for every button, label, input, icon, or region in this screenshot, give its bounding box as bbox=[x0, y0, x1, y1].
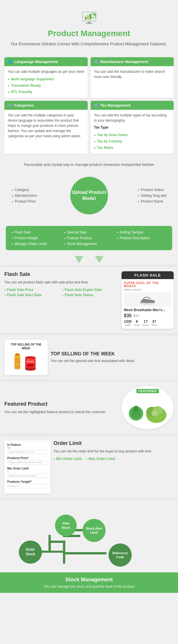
order-form-label: Is Feature bbox=[7, 443, 48, 446]
list-item: Product Status bbox=[138, 187, 166, 193]
flash-sale-card-header: FLASH SALE bbox=[122, 271, 174, 279]
flash-sale-title: Flash Sale bbox=[4, 271, 119, 277]
deal-price-new: $35 bbox=[124, 313, 132, 318]
list-item: RTL Friendly bbox=[8, 89, 84, 95]
deal-stat-label: Hours bbox=[142, 324, 149, 326]
order-limit-features: Min Order Limit Max Order Limit bbox=[54, 457, 174, 461]
deal-price-old: $62 bbox=[133, 314, 139, 318]
order-limit-text: Order Limit You can set the order limit … bbox=[54, 440, 174, 461]
top-selling-desc: You can set the special sale that associ… bbox=[51, 358, 174, 363]
svg-text:Nescafe: Nescafe bbox=[27, 361, 34, 362]
deal-stat-label: Sold bbox=[124, 324, 132, 326]
green-box-item: Stock Management bbox=[64, 242, 114, 246]
stock-bottom-desc: You can manage the stock and quantity le… bbox=[4, 584, 174, 589]
order-limit-title: Order Limit bbox=[54, 440, 174, 446]
flash-sale-feature: Flash Sale Price bbox=[4, 288, 61, 292]
order-form-input: Please enter only numeric value bbox=[7, 460, 48, 465]
order-limit-feature: Max Order Limit bbox=[86, 457, 115, 461]
list-item: Tax Rates bbox=[94, 144, 170, 151]
language-card-body: You can add multiple languages as per yo… bbox=[4, 66, 88, 98]
header-icon bbox=[80, 9, 98, 26]
flash-sale-feature: Flash Sale Start Date bbox=[4, 293, 61, 297]
manufacturer-card-header: ⚙️ Manufacturer Management bbox=[91, 57, 174, 66]
categories-card: ⚙️ Categories You can add the multiple c… bbox=[4, 101, 88, 154]
green-box-item: Feature Product bbox=[64, 236, 114, 240]
deal-stats: 1335 Sold 8 Days 17 Hours 37 Mins bbox=[124, 320, 171, 326]
top-selling-text: TOP SELLING OF THE WEEK You can set the … bbox=[51, 351, 174, 363]
svg-point-25 bbox=[151, 411, 158, 416]
order-limit-feature: Min Order Limit bbox=[54, 457, 82, 461]
top-selling-image-card: TOP SELLING OF THE WEEK sauce Nescafe bbox=[4, 340, 48, 375]
deal-stat: 1335 Sold bbox=[124, 320, 132, 326]
upload-right-items: Product Status Setting Slug and Product … bbox=[138, 187, 166, 204]
categories-icon: ⚙️ bbox=[8, 103, 12, 107]
list-item: Setting Slug and bbox=[138, 193, 166, 198]
order-form-row: Products Price* Please enter only numeri… bbox=[7, 456, 48, 465]
upload-right-list: Product Status Setting Slug and Product … bbox=[138, 187, 166, 204]
tax-feature-list: Tax by Area Zones Tax by Country Tax Rat… bbox=[94, 132, 170, 151]
featured-section: Featured Product You can set the highlig… bbox=[0, 382, 178, 434]
page-subtitle: Our Ecommerce Solution Comes With Compre… bbox=[6, 41, 172, 47]
top-selling-title: TOP SELLING OF THE WEEK bbox=[51, 351, 174, 357]
manufacturer-icon: ⚙️ bbox=[94, 60, 99, 64]
arrow-icon bbox=[95, 256, 104, 263]
svg-rect-31 bbox=[63, 552, 107, 554]
deal-stat-label: Days bbox=[134, 324, 140, 326]
svg-text:sauce: sauce bbox=[15, 363, 19, 365]
order-form-value: No bbox=[7, 446, 48, 449]
order-form-card: Is Feature No Please choose 'yes' to se … bbox=[4, 440, 51, 493]
stock-node-alert: Stock AlertLimit bbox=[82, 519, 106, 542]
order-limit-desc: You can set the order limit for the buye… bbox=[54, 449, 174, 454]
upload-center: Category Manufacturers Product Price Upl… bbox=[6, 177, 172, 214]
stock-node-reference: ReferenceCode bbox=[109, 543, 132, 567]
top-selling-section: TOP SELLING OF THE WEEK sauce Nescafe TO… bbox=[0, 335, 178, 379]
feature-grid: 🌐 Langauage Management You can add multi… bbox=[0, 53, 178, 158]
language-card: 🌐 Langauage Management You can add multi… bbox=[4, 57, 88, 98]
deal-stat: 17 Hours bbox=[142, 320, 149, 326]
featured-badge: FEATURED bbox=[136, 389, 159, 393]
green-box-item: Manage Order Limits bbox=[12, 242, 61, 246]
green-box-item: Product Description bbox=[117, 236, 166, 240]
language-feature-list: Multi language Supported Translation Rea… bbox=[8, 76, 84, 95]
deal-name: Mesh Breathable Men's... bbox=[124, 308, 171, 312]
upload-section: Category Manufacturers Product Price Upl… bbox=[0, 171, 178, 223]
order-form-input: Please enter product minim bbox=[7, 474, 48, 478]
featured-veg-image bbox=[124, 393, 171, 428]
list-item: Translation Ready bbox=[8, 82, 84, 89]
svg-point-15 bbox=[25, 368, 36, 371]
svg-rect-4 bbox=[89, 14, 91, 20]
stock-bottom-title: Stock Management bbox=[4, 577, 174, 583]
flash-sale-section: Flash Sale You can set product flash sal… bbox=[0, 267, 178, 333]
categories-card-body: You can add the multiple categories in y… bbox=[4, 110, 88, 142]
deal-price-row: $35 $62 bbox=[124, 313, 171, 318]
arrows-row bbox=[0, 253, 178, 265]
deal-stat-number: 8 bbox=[134, 320, 140, 324]
order-limit-section: Is Feature No Please choose 'yes' to se … bbox=[0, 436, 178, 498]
stock-section: EnterStock ViewStock Stock AlertLimit Re… bbox=[0, 500, 178, 572]
list-item: Multi language Supported bbox=[8, 76, 84, 82]
tax-card-header: ⚙️ Tax Management bbox=[91, 101, 174, 110]
stock-tree: EnterStock ViewStock Stock AlertLimit Re… bbox=[4, 506, 174, 572]
deal-stat: 8 Days bbox=[134, 320, 140, 326]
green-box-item: Product Weight bbox=[12, 236, 61, 240]
stock-bottom: Stock Management You can manage the stoc… bbox=[0, 572, 178, 593]
svg-rect-2 bbox=[85, 17, 87, 20]
page-header: Product Management Our Ecommerce Solutio… bbox=[0, 0, 178, 53]
flash-sale-feature: Flash Sale Expire Date bbox=[62, 288, 119, 292]
upload-left-items: Category Manufacturers Product Price bbox=[12, 187, 37, 204]
page-title: Product Management bbox=[6, 29, 172, 38]
svg-rect-7 bbox=[86, 23, 93, 24]
green-feature-box: Flash Sale Special Sale Setting Taxtype … bbox=[6, 226, 172, 250]
svg-rect-33 bbox=[49, 535, 51, 552]
section-subtitle: Favourable and crystal way to manage pro… bbox=[0, 158, 178, 171]
green-box-item: Special Sale bbox=[64, 230, 114, 234]
flash-sale-desc: You can set product flash sale with sale… bbox=[4, 280, 119, 285]
list-item: Manufacturers bbox=[12, 193, 37, 198]
list-item: Tax by Area Zones bbox=[94, 132, 170, 138]
svg-rect-11 bbox=[15, 356, 20, 358]
featured-title: Featured Product bbox=[4, 401, 119, 407]
order-form-row: Min Order Limit 1 Please enter product m… bbox=[7, 467, 48, 478]
language-card-header: 🌐 Langauage Management bbox=[4, 57, 88, 66]
deal-stat: 37 Mins bbox=[151, 320, 157, 326]
deal-category: MEN'S SHOES bbox=[124, 288, 171, 291]
